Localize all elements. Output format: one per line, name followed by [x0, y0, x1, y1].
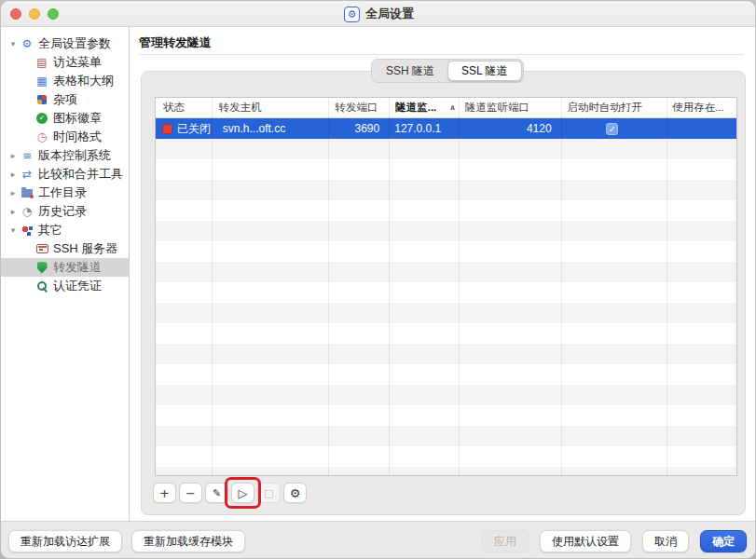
- sidebar-item-working-directory[interactable]: ▸ 工作目录: [1, 184, 129, 202]
- tunnel-listen-port-cell: 4120: [458, 118, 560, 139]
- dots-icon: [20, 224, 34, 237]
- remove-tunnel-button[interactable]: −: [179, 483, 202, 503]
- sidebar-item-label: 图标徽章: [53, 110, 102, 127]
- column-divider: [212, 98, 213, 475]
- table-row[interactable]: 已关闭 svn.h...oft.cc 3690 127.0.0.1 4120 ✓: [156, 118, 736, 139]
- empty-rows-stripes: [156, 139, 736, 475]
- sidebar-item-compare-merge-tools[interactable]: ▸ ⇄ 比较和合并工具: [1, 165, 129, 184]
- sidebar-item-time-format[interactable]: ◷ 时间格式: [1, 128, 129, 146]
- table-grid-icon: ▦: [34, 75, 49, 88]
- misc-squares-icon: [34, 93, 49, 106]
- sidebar-item-misc[interactable]: 杂项: [1, 90, 129, 109]
- gear-icon: ⚙: [348, 9, 357, 20]
- column-divider: [389, 98, 390, 475]
- title-area: ⚙ 全局设置: [1, 1, 756, 27]
- use-existing-cell: [665, 118, 736, 139]
- app-icon: ⚙: [344, 7, 360, 22]
- add-tunnel-button[interactable]: +: [153, 483, 176, 503]
- window-title: 全局设置: [365, 6, 414, 22]
- column-divider: [561, 98, 562, 475]
- sidebar-item-global-params[interactable]: ▾ ⚙ 全局设置参数: [1, 34, 129, 53]
- sidebar-item-icon-badges[interactable]: ✓ 图标徽章: [1, 109, 129, 128]
- tunnels-table: 状态 转发主机 转发端口 隧道监...∧ 隧道监听端口 启动时自动打开 使用存在…: [155, 97, 737, 476]
- tab-ssh-tunnel[interactable]: SSH 隧道: [373, 61, 447, 81]
- annotation-highlight-box: [225, 477, 261, 509]
- sidebar-item-forward-tunnels[interactable]: 转发隧道: [1, 258, 129, 277]
- column-header-tunnel-listen-port[interactable]: 隧道监听端口: [458, 98, 560, 117]
- sidebar-item-label: 历史记录: [38, 203, 87, 220]
- sidebar-item-other[interactable]: ▾ 其它: [1, 221, 129, 239]
- sidebar-item-label: 全局设置参数: [38, 35, 111, 52]
- sidebar-item-label: 转发隧道: [53, 259, 102, 276]
- chevron-right-icon[interactable]: ▸: [7, 188, 20, 198]
- auto-open-checkbox[interactable]: ✓: [606, 123, 618, 135]
- status-closed-icon: [162, 124, 172, 134]
- sidebar-item-vcs[interactable]: ▸ ≡ 版本控制系统: [1, 146, 129, 165]
- sort-ascending-icon: ∧: [449, 103, 456, 112]
- settings-sidebar: ▾ ⚙ 全局设置参数 ▤ 访达菜单 ▦ 表格和大纲 杂项 ✓ 图标徽章 ◷ 时间…: [1, 27, 130, 521]
- layers-icon: ≡: [20, 149, 34, 162]
- tab-ssl-tunnel[interactable]: SSL 隧道: [447, 61, 522, 81]
- reload-finder-extension-button[interactable]: 重新加载访达扩展: [8, 530, 122, 552]
- forward-port-cell: 3690: [327, 118, 388, 139]
- sidebar-item-label: 表格和大纲: [53, 73, 114, 89]
- column-header-status[interactable]: 状态: [156, 98, 212, 117]
- sidebar-item-credentials[interactable]: 认证凭证: [1, 277, 129, 295]
- history-clock-icon: ◔: [20, 205, 34, 218]
- column-header-auto-open[interactable]: 启动时自动打开: [560, 98, 666, 117]
- gear-icon: ⚙: [20, 37, 34, 50]
- sidebar-item-label: 其它: [38, 222, 62, 239]
- sidebar-item-tables-outline[interactable]: ▦ 表格和大纲: [1, 72, 129, 90]
- badge-check-icon: ✓: [34, 112, 49, 125]
- reload-cache-module-button[interactable]: 重新加载缓存模块: [131, 530, 245, 552]
- cancel-button[interactable]: 取消: [642, 530, 689, 552]
- tunnel-settings-button[interactable]: ⚙: [283, 483, 307, 503]
- apply-button: 应用: [482, 530, 529, 552]
- sidebar-item-finder-menu[interactable]: ▤ 访达菜单: [1, 53, 129, 72]
- footer-left-buttons: 重新加载访达扩展 重新加载缓存模块: [8, 522, 245, 559]
- sidebar-item-ssh-server[interactable]: SSH 服务器: [1, 239, 129, 258]
- sidebar-item-label: 时间格式: [53, 129, 102, 145]
- sidebar-item-label: SSH 服务器: [53, 240, 117, 257]
- sidebar-item-label: 访达菜单: [53, 54, 102, 71]
- finder-menu-icon: ▤: [34, 56, 49, 69]
- column-header-forward-host[interactable]: 转发主机: [212, 98, 328, 117]
- tunnel-listen-host-cell: 127.0.0.1: [388, 118, 458, 139]
- auto-open-cell: ✓: [560, 118, 666, 139]
- chevron-down-icon[interactable]: ▾: [7, 225, 20, 235]
- sidebar-item-label: 认证凭证: [53, 278, 102, 294]
- table-header: 状态 转发主机 转发端口 隧道监...∧ 隧道监听端口 启动时自动打开 使用存在…: [156, 98, 736, 118]
- sidebar-item-label: 版本控制系统: [38, 147, 111, 164]
- key-icon: [34, 280, 49, 293]
- clock-icon: ◷: [34, 130, 49, 143]
- titlebar: ⚙ 全局设置: [1, 1, 756, 27]
- column-header-forward-port[interactable]: 转发端口: [327, 98, 388, 117]
- page-title: 管理转发隧道: [139, 34, 212, 51]
- column-divider: [667, 98, 667, 475]
- terminal-icon: [34, 242, 49, 255]
- shield-icon: [34, 261, 49, 274]
- chevron-down-icon[interactable]: ▾: [7, 39, 20, 48]
- column-header-use-existing[interactable]: 使用存在...: [665, 98, 736, 117]
- sidebar-item-history[interactable]: ▸ ◔ 历史记录: [1, 202, 129, 221]
- tunnel-type-tabs: SSH 隧道 SSL 隧道: [371, 59, 524, 83]
- global-settings-window: ⚙ 全局设置 ▾ ⚙ 全局设置参数 ▤ 访达菜单 ▦ 表格和大纲 杂项 ✓ 图标…: [0, 0, 756, 559]
- column-header-tunnel-listen[interactable]: 隧道监...∧: [388, 98, 458, 117]
- compare-arrows-icon: ⇄: [20, 168, 34, 181]
- sidebar-item-label: 杂项: [53, 91, 77, 108]
- column-divider: [328, 98, 329, 475]
- status-cell: 已关闭: [156, 118, 212, 139]
- sidebar-item-label: 工作目录: [38, 184, 87, 201]
- chevron-right-icon[interactable]: ▸: [7, 151, 20, 160]
- forward-host-cell: svn.h...oft.cc: [212, 118, 328, 139]
- heading-divider: [139, 54, 744, 55]
- folder-icon: [20, 186, 34, 199]
- sidebar-item-label: 比较和合并工具: [38, 166, 123, 183]
- footer-bar: 重新加载访达扩展 重新加载缓存模块 应用 使用默认设置 取消 确定: [1, 521, 756, 559]
- use-defaults-button[interactable]: 使用默认设置: [540, 530, 631, 552]
- column-divider: [459, 98, 460, 475]
- chevron-right-icon[interactable]: ▸: [7, 207, 20, 216]
- footer-right-buttons: 应用 使用默认设置 取消 确定: [482, 522, 747, 559]
- ok-button[interactable]: 确定: [700, 530, 747, 552]
- chevron-right-icon[interactable]: ▸: [7, 170, 20, 179]
